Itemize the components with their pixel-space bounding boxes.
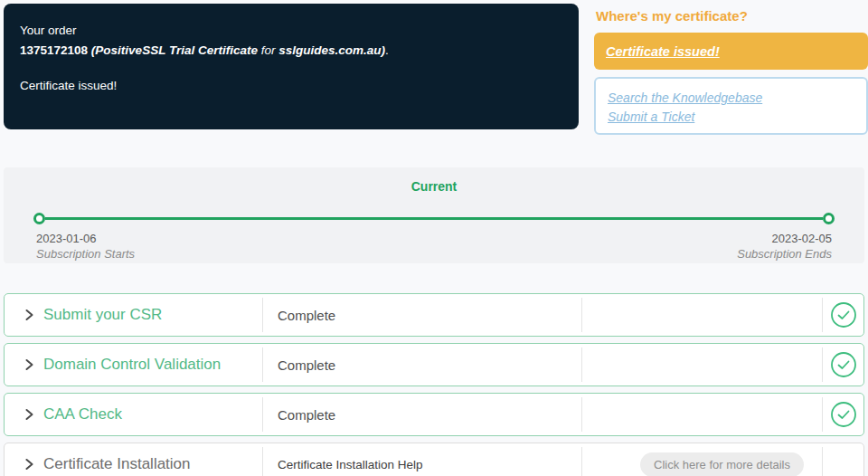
certificate-issued-button[interactable]: Certificate issued!: [594, 33, 868, 70]
step-title-cell: Domain Control Validation: [5, 344, 262, 386]
step-title-cell: Submit your CSR: [5, 294, 262, 336]
order-number: 1375172108: [20, 43, 88, 57]
top-section: Your order 1375172108 (PositiveSSL Trial…: [0, 0, 868, 135]
timeline-track: [4, 213, 864, 224]
step-title-cell: Certificate Installation: [5, 443, 262, 476]
step-check-cell: [823, 294, 863, 336]
order-period: .: [385, 43, 389, 57]
certificate-status-column: Where's my certificate? Certificate issu…: [594, 4, 868, 135]
subscription-timeline-panel: Current 2023-01-06 Subscription Starts 2…: [4, 167, 864, 263]
order-intro-label: Your order: [20, 22, 562, 40]
subscription-end-date: 2023-02-05: [737, 232, 832, 245]
step-action-cell: [582, 394, 822, 435]
step-row-domain-control-validation[interactable]: Domain Control Validation Complete: [4, 343, 864, 386]
timeline-end-dot: [823, 213, 835, 224]
certificate-name: (PositiveSSL Trial Certificate: [91, 43, 258, 57]
step-title: CAA Check: [43, 405, 122, 424]
wheres-my-certificate-heading: Where's my certificate?: [596, 8, 868, 24]
more-details-button[interactable]: Click here for more details: [640, 452, 804, 476]
search-knowledgebase-link[interactable]: Search the Knowledgebase: [608, 90, 854, 105]
step-row-caa-check[interactable]: CAA Check Complete: [4, 393, 864, 436]
subscription-start-date: 2023-01-06: [36, 232, 135, 245]
timeline-dates: 2023-01-06 Subscription Starts 2023-02-0…: [4, 232, 864, 261]
step-row-certificate-installation[interactable]: Certificate Installation Certificate Ins…: [4, 443, 864, 476]
order-summary-panel: Your order 1375172108 (PositiveSSL Trial…: [4, 4, 579, 129]
timeline-start-dot: [33, 213, 45, 224]
order-details-line: 1375172108 (PositiveSSL Trial Certificat…: [20, 42, 562, 60]
step-check-cell: [823, 394, 863, 435]
order-connector: for: [261, 43, 276, 57]
subscription-end-block: 2023-02-05 Subscription Ends: [737, 232, 832, 261]
order-domain: sslguides.com.au): [278, 43, 385, 57]
step-action-cell: Click here for more details: [582, 443, 822, 476]
chevron-right-icon[interactable]: [23, 309, 35, 321]
step-status: Complete: [263, 294, 581, 336]
certificate-steps-list: Submit your CSR Complete Domain Control …: [4, 293, 864, 476]
subscription-end-label: Subscription Ends: [737, 247, 832, 261]
submit-ticket-link[interactable]: Submit a Ticket: [608, 109, 854, 124]
step-action-cell: [582, 344, 822, 386]
step-status: Complete: [263, 394, 581, 435]
check-circle-icon: [830, 301, 857, 328]
help-links-panel: Search the Knowledgebase Submit a Ticket: [594, 77, 868, 135]
step-title: Submit your CSR: [43, 306, 162, 324]
step-check-cell: [823, 443, 863, 476]
step-check-cell: [823, 344, 863, 386]
timeline-line: [45, 217, 823, 220]
subscription-start-label: Subscription Starts: [36, 247, 135, 261]
step-title: Domain Control Validation: [43, 356, 221, 374]
timeline-current-label: Current: [4, 179, 864, 194]
step-title-cell: CAA Check: [5, 394, 262, 435]
certificate-issued-button-label: Certificate issued!: [606, 44, 720, 59]
chevron-right-icon[interactable]: [23, 408, 35, 421]
step-status: Complete: [263, 344, 581, 386]
subscription-start-block: 2023-01-06 Subscription Starts: [36, 232, 135, 261]
check-circle-icon: [830, 351, 857, 378]
step-status: Certificate Installation Help: [263, 443, 581, 476]
check-circle-icon: [830, 401, 857, 428]
step-action-cell: [582, 294, 822, 336]
step-title: Certificate Installation: [43, 455, 191, 473]
chevron-right-icon[interactable]: [23, 358, 35, 371]
chevron-right-icon[interactable]: [23, 458, 35, 471]
order-status-text: Certificate issued!: [20, 77, 562, 95]
step-row-submit-csr[interactable]: Submit your CSR Complete: [4, 293, 864, 337]
